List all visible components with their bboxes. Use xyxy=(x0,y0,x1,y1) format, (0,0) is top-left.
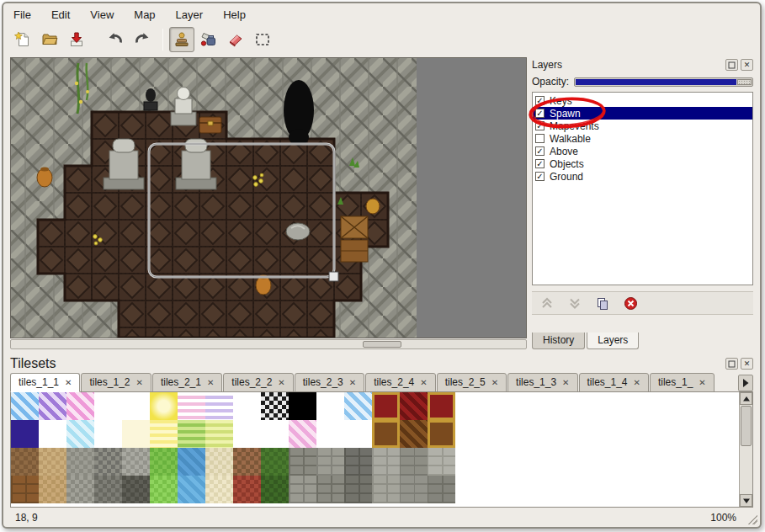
map-viewport[interactable] xyxy=(10,57,527,338)
palette-tile-3-12[interactable] xyxy=(344,476,372,503)
palette-tile-1-14[interactable] xyxy=(400,420,428,448)
palette-tile-2-13[interactable] xyxy=(372,448,400,476)
palette-tile-1-7[interactable] xyxy=(205,420,233,448)
layer-row-objects[interactable]: ✓Objects xyxy=(533,157,752,170)
palette-tile-1-1[interactable] xyxy=(39,420,66,448)
resize-grip[interactable] xyxy=(746,513,757,524)
tab-close-icon[interactable]: ✕ xyxy=(420,378,427,387)
palette-tile-3-5[interactable] xyxy=(150,476,178,503)
scroll-down-button[interactable] xyxy=(740,494,752,507)
palette-tile-3-13[interactable] xyxy=(372,476,400,503)
map-horizontal-scrollbar[interactable] xyxy=(10,339,527,349)
layer-row-spawn[interactable]: ✓Spawn xyxy=(533,107,752,120)
palette-tile-0-1[interactable] xyxy=(39,392,66,420)
opacity-slider[interactable] xyxy=(574,77,753,87)
scroll-up-button[interactable] xyxy=(740,392,752,405)
palette-tile-2-0[interactable] xyxy=(11,448,39,476)
layer-visibility-checkbox[interactable]: ✓ xyxy=(535,96,545,105)
palette-tile-1-8[interactable] xyxy=(233,420,261,448)
menu-view[interactable]: View xyxy=(88,8,115,22)
tab-close-icon[interactable]: ✕ xyxy=(562,378,569,387)
tab-close-icon[interactable]: ✕ xyxy=(65,378,72,387)
palette-tile-0-5[interactable] xyxy=(150,392,178,420)
palette-tile-2-4[interactable] xyxy=(122,448,150,476)
palette-tile-3-7[interactable] xyxy=(205,476,233,503)
scrollbar-thumb[interactable] xyxy=(741,406,752,446)
palette-tile-2-10[interactable] xyxy=(289,448,316,476)
palette-tile-0-15[interactable] xyxy=(428,392,455,420)
palette-tile-0-11[interactable] xyxy=(316,392,344,420)
tab-scroll-right-button[interactable] xyxy=(738,375,753,391)
opacity-slider-handle[interactable] xyxy=(737,79,752,85)
tab-close-icon[interactable]: ✕ xyxy=(491,378,498,387)
palette-tile-0-10[interactable] xyxy=(289,392,316,420)
palette-tile-1-12[interactable] xyxy=(344,420,372,448)
tileset-tab-tiles_2_1[interactable]: tiles_2_1✕ xyxy=(152,373,222,392)
palette-tile-0-0[interactable] xyxy=(11,392,39,420)
layer-row-walkable[interactable]: Walkable xyxy=(533,132,752,145)
palette-tile-3-15[interactable] xyxy=(428,476,455,503)
selection-handle[interactable] xyxy=(329,272,338,281)
palette-tile-0-13[interactable] xyxy=(372,392,400,420)
save-file-button[interactable] xyxy=(64,27,89,52)
tileset-tab-tiles_2_3[interactable]: tiles_2_3✕ xyxy=(295,373,364,392)
palette-tile-2-14[interactable] xyxy=(400,448,428,476)
delete-layer-button[interactable] xyxy=(622,295,639,311)
layer-visibility-checkbox[interactable] xyxy=(535,134,545,143)
layer-visibility-checkbox[interactable]: ✓ xyxy=(535,121,545,130)
menu-map[interactable]: Map xyxy=(132,8,157,22)
layer-row-keys[interactable]: ✓Keys xyxy=(533,94,752,107)
duplicate-layer-button[interactable] xyxy=(594,295,611,311)
menu-layer[interactable]: Layer xyxy=(174,8,205,22)
stamp-tool-button[interactable] xyxy=(169,27,194,52)
palette-tile-1-0[interactable] xyxy=(11,420,39,448)
palette-tile-1-6[interactable] xyxy=(178,420,205,448)
tab-close-icon[interactable]: ✕ xyxy=(278,378,284,387)
move-layer-up-button[interactable] xyxy=(539,295,555,311)
close-icon[interactable]: ✕ xyxy=(741,59,753,71)
tab-close-icon[interactable]: ✕ xyxy=(207,378,214,387)
palette-tile-0-7[interactable] xyxy=(205,392,233,420)
palette-tile-3-6[interactable] xyxy=(178,476,205,503)
palette-tile-3-14[interactable] xyxy=(400,476,428,503)
tileset-tab-tiles_1_4[interactable]: tiles_1_4✕ xyxy=(579,373,649,392)
palette-tile-2-6[interactable] xyxy=(178,448,205,476)
palette-tile-0-12[interactable] xyxy=(344,392,372,420)
palette-tile-0-8[interactable] xyxy=(233,392,261,420)
palette-tile-3-9[interactable] xyxy=(261,476,289,503)
menu-edit[interactable]: Edit xyxy=(50,8,72,22)
palette-tile-2-15[interactable] xyxy=(428,448,455,476)
palette-tile-1-2[interactable] xyxy=(66,420,94,448)
move-layer-down-button[interactable] xyxy=(566,295,583,311)
palette-tile-0-9[interactable] xyxy=(261,392,289,420)
tileset-tab-tiles_1_[interactable]: tiles_1_✕ xyxy=(650,373,715,392)
dock-tab-history[interactable]: History xyxy=(532,332,585,349)
tileset-tab-tiles_1_3[interactable]: tiles_1_3✕ xyxy=(507,373,577,392)
palette-tile-3-0[interactable] xyxy=(11,476,39,503)
palette-tile-3-10[interactable] xyxy=(289,476,316,503)
menu-file[interactable]: File xyxy=(12,8,33,22)
palette-tile-1-11[interactable] xyxy=(316,420,344,448)
tab-close-icon[interactable]: ✕ xyxy=(634,378,640,387)
undo-button[interactable] xyxy=(103,27,128,52)
tileset-tab-tiles_2_2[interactable]: tiles_2_2✕ xyxy=(223,373,293,392)
palette-tile-2-2[interactable] xyxy=(66,448,94,476)
layer-visibility-checkbox[interactable]: ✓ xyxy=(535,146,545,156)
close-icon[interactable]: ✕ xyxy=(741,358,753,370)
palette-tile-1-10[interactable] xyxy=(289,420,316,448)
layer-visibility-checkbox[interactable]: ✓ xyxy=(535,109,545,118)
palette-tile-2-5[interactable] xyxy=(150,448,178,476)
palette-tile-3-4[interactable] xyxy=(122,476,150,503)
palette-tile-1-5[interactable] xyxy=(150,420,178,448)
palette-tile-0-3[interactable] xyxy=(94,392,122,420)
tab-close-icon[interactable]: ✕ xyxy=(349,378,356,387)
palette-tile-3-8[interactable] xyxy=(233,476,261,503)
palette-tile-2-9[interactable] xyxy=(261,448,289,476)
tileset-tab-tiles_2_4[interactable]: tiles_2_4✕ xyxy=(365,373,435,392)
palette-tile-0-14[interactable] xyxy=(400,392,428,420)
palette-tile-0-6[interactable] xyxy=(178,392,205,420)
layer-visibility-checkbox[interactable]: ✓ xyxy=(535,172,545,181)
palette-tile-0-4[interactable] xyxy=(122,392,150,420)
layer-row-above[interactable]: ✓Above xyxy=(533,145,752,157)
tileset-tab-tiles_1_2[interactable]: tiles_1_2✕ xyxy=(81,373,151,392)
